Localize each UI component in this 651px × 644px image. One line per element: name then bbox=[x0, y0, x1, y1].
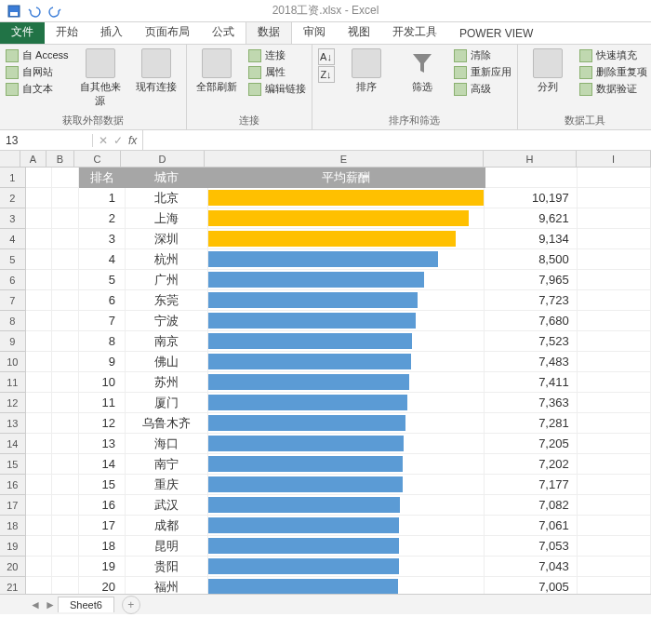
cell[interactable] bbox=[52, 557, 80, 577]
row-header[interactable]: 3 bbox=[0, 208, 26, 229]
bar-cell[interactable] bbox=[208, 352, 485, 372]
tab-review[interactable]: 审阅 bbox=[292, 20, 337, 44]
bar-cell[interactable] bbox=[208, 372, 485, 393]
refresh-all-button[interactable]: 全部刷新 bbox=[193, 48, 241, 94]
cell[interactable] bbox=[26, 495, 52, 516]
rank-cell[interactable]: 5 bbox=[79, 270, 126, 290]
value-cell[interactable]: 9,134 bbox=[485, 229, 577, 249]
row-header[interactable]: 1 bbox=[0, 168, 26, 188]
cell[interactable] bbox=[52, 413, 80, 434]
cell[interactable] bbox=[578, 188, 651, 208]
tab-view[interactable]: 视图 bbox=[337, 20, 381, 44]
cell[interactable] bbox=[52, 229, 80, 249]
city-cell[interactable]: 成都 bbox=[126, 516, 208, 536]
sort-desc-button[interactable]: Z↓ bbox=[318, 66, 335, 83]
cell[interactable] bbox=[52, 352, 80, 372]
cell[interactable] bbox=[52, 331, 80, 352]
tab-file[interactable]: 文件 bbox=[0, 20, 45, 44]
column-header[interactable]: A bbox=[20, 151, 46, 167]
from-web-button[interactable]: 自网站 bbox=[6, 65, 69, 79]
rank-cell[interactable]: 3 bbox=[79, 229, 126, 249]
cell[interactable] bbox=[52, 516, 80, 536]
cell[interactable] bbox=[26, 393, 52, 413]
undo-icon[interactable] bbox=[26, 3, 43, 20]
value-cell[interactable]: 7,363 bbox=[485, 393, 577, 413]
value-cell[interactable]: 7,202 bbox=[485, 454, 577, 475]
cancel-icon[interactable]: ✕ bbox=[99, 134, 108, 147]
rank-cell[interactable]: 19 bbox=[79, 557, 126, 577]
cell[interactable] bbox=[578, 454, 651, 475]
cell[interactable] bbox=[52, 270, 80, 290]
cell[interactable] bbox=[26, 208, 52, 229]
column-header[interactable]: C bbox=[74, 151, 121, 167]
bar-cell[interactable] bbox=[208, 229, 485, 249]
rank-cell[interactable]: 10 bbox=[79, 372, 126, 393]
save-icon[interactable] bbox=[6, 3, 22, 20]
city-cell[interactable]: 东莞 bbox=[126, 290, 208, 311]
cell[interactable] bbox=[26, 475, 52, 495]
cell[interactable] bbox=[26, 168, 52, 188]
city-cell[interactable]: 广州 bbox=[126, 270, 208, 290]
cell[interactable] bbox=[52, 536, 80, 557]
row-header[interactable]: 5 bbox=[0, 249, 26, 270]
reapply-button[interactable]: 重新应用 bbox=[454, 65, 512, 79]
row-header[interactable]: 14 bbox=[0, 434, 26, 454]
bar-cell[interactable] bbox=[208, 331, 485, 352]
rank-cell[interactable]: 7 bbox=[79, 311, 126, 331]
cell[interactable] bbox=[578, 413, 651, 434]
properties-button[interactable]: 属性 bbox=[248, 65, 306, 79]
select-all-corner[interactable] bbox=[0, 151, 20, 167]
rank-cell[interactable]: 11 bbox=[79, 393, 126, 413]
cell[interactable] bbox=[26, 516, 52, 536]
cell[interactable] bbox=[52, 290, 80, 311]
tab-insert[interactable]: 插入 bbox=[89, 20, 134, 44]
bar-cell[interactable] bbox=[208, 311, 485, 331]
cell[interactable] bbox=[578, 516, 651, 536]
formula-input[interactable] bbox=[142, 130, 651, 150]
value-cell[interactable]: 9,621 bbox=[485, 208, 577, 229]
cell[interactable] bbox=[52, 208, 80, 229]
cell[interactable] bbox=[52, 168, 80, 188]
cell[interactable] bbox=[26, 331, 52, 352]
city-cell[interactable]: 厦门 bbox=[126, 393, 208, 413]
cell[interactable] bbox=[52, 454, 80, 475]
cell[interactable] bbox=[578, 475, 651, 495]
from-text-button[interactable]: 自文本 bbox=[6, 82, 69, 96]
add-sheet-button[interactable]: + bbox=[122, 596, 140, 614]
value-cell[interactable]: 7,483 bbox=[485, 352, 577, 372]
redo-icon[interactable] bbox=[46, 3, 63, 20]
rank-cell[interactable]: 14 bbox=[79, 454, 126, 475]
tab-nav-next[interactable]: ► bbox=[43, 598, 58, 611]
cell[interactable] bbox=[26, 249, 52, 270]
bar-cell[interactable] bbox=[208, 495, 485, 516]
row-header[interactable]: 15 bbox=[0, 454, 26, 475]
row-header[interactable]: 8 bbox=[0, 311, 26, 331]
row-header[interactable]: 9 bbox=[0, 331, 26, 352]
rank-cell[interactable]: 16 bbox=[79, 495, 126, 516]
rank-cell[interactable]: 8 bbox=[79, 331, 126, 352]
advanced-button[interactable]: 高级 bbox=[454, 82, 512, 96]
rank-cell[interactable]: 1 bbox=[79, 188, 126, 208]
from-access-button[interactable]: 自 Access bbox=[6, 48, 69, 62]
row-header[interactable]: 20 bbox=[0, 557, 26, 577]
cell[interactable] bbox=[578, 290, 651, 311]
column-header[interactable]: E bbox=[205, 151, 484, 167]
table-header-salary[interactable]: 平均薪酬 bbox=[208, 168, 485, 188]
city-cell[interactable]: 昆明 bbox=[126, 536, 208, 557]
city-cell[interactable]: 北京 bbox=[126, 188, 208, 208]
city-cell[interactable]: 上海 bbox=[126, 208, 208, 229]
tab-home[interactable]: 开始 bbox=[45, 20, 89, 44]
sort-button[interactable]: 排序 bbox=[342, 48, 391, 94]
bar-cell[interactable] bbox=[208, 290, 485, 311]
name-box[interactable]: 13 bbox=[0, 134, 93, 147]
city-cell[interactable]: 乌鲁木齐 bbox=[126, 413, 208, 434]
value-cell[interactable]: 7,205 bbox=[485, 434, 577, 454]
flash-fill-button[interactable]: 快速填充 bbox=[579, 48, 647, 62]
enter-icon[interactable]: ✓ bbox=[113, 134, 123, 147]
city-cell[interactable]: 南京 bbox=[126, 331, 208, 352]
row-header[interactable]: 12 bbox=[0, 393, 26, 413]
city-cell[interactable]: 南宁 bbox=[126, 454, 208, 475]
cell[interactable] bbox=[26, 557, 52, 577]
column-header[interactable]: D bbox=[121, 151, 205, 167]
cell[interactable] bbox=[26, 413, 52, 434]
